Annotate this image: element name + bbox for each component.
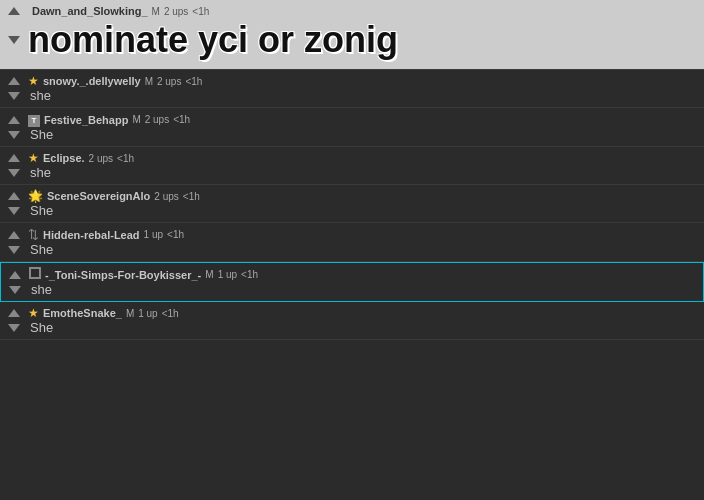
downvote-button[interactable] — [7, 283, 23, 297]
ups-count: 2 ups — [89, 153, 113, 164]
upvote-button[interactable] — [6, 228, 22, 242]
username: EmotheSnake_ — [43, 307, 122, 319]
comment-item: ★snowy._.dellywellyM2 ups<1hshe — [0, 70, 704, 108]
downvote-button[interactable] — [6, 89, 22, 103]
upvote-button[interactable] — [6, 74, 22, 88]
comment-text: she — [28, 88, 51, 103]
comment-item: ★EmotheSnake_M1 up<1hShe — [0, 302, 704, 340]
comment-text: She — [28, 203, 53, 218]
comment-time: <1h — [185, 76, 202, 87]
comment-meta: 🌟SceneSovereignAlo2 ups<1h — [28, 189, 200, 203]
username: SceneSovereignAlo — [47, 190, 150, 202]
user-icon: ⇅ — [28, 227, 39, 242]
username: Eclipse. — [43, 152, 85, 164]
user-badge: M — [152, 6, 160, 17]
comment-item: ★Eclipse.2 ups<1hshe — [0, 147, 704, 185]
ups-count: 2 ups — [145, 114, 169, 125]
ups-count: 1 up — [218, 269, 237, 280]
username: snowy._.dellywelly — [43, 75, 141, 87]
comment-time: <1h — [183, 191, 200, 202]
comment-meta: Dawn_and_Slowking_M2 ups<1h — [28, 5, 209, 17]
username: -_Toni-Simps-For-Boykisser_- — [45, 269, 201, 281]
comment-meta: ★snowy._.dellywellyM2 ups<1h — [28, 74, 202, 88]
comment-time: <1h — [173, 114, 190, 125]
comment-text: She — [28, 320, 53, 335]
user-badge: M — [132, 114, 140, 125]
comment-time: <1h — [241, 269, 258, 280]
upvote-button[interactable] — [6, 306, 22, 320]
ups-count: 2 ups — [154, 191, 178, 202]
ups-count: 1 up — [144, 229, 163, 240]
user-icon: T — [28, 112, 40, 127]
downvote-button[interactable] — [6, 166, 22, 180]
comment-time: <1h — [192, 6, 209, 17]
user-icon: ★ — [28, 151, 39, 165]
comment-text: nominate yci or zonig — [28, 18, 398, 62]
comment-meta: -_Toni-Simps-For-Boykisser_-M1 up<1h — [29, 267, 258, 282]
user-icon: ★ — [28, 74, 39, 88]
username: Hidden-rebal-Lead — [43, 229, 140, 241]
downvote-button[interactable] — [6, 243, 22, 257]
comment-meta: ★EmotheSnake_M1 up<1h — [28, 306, 179, 320]
user-icon — [29, 267, 41, 282]
comment-time: <1h — [167, 229, 184, 240]
ups-count: 2 ups — [157, 76, 181, 87]
user-badge: M — [145, 76, 153, 87]
upvote-button[interactable] — [6, 151, 22, 165]
comment-text: She — [28, 242, 53, 257]
comment-text: she — [29, 282, 52, 297]
comment-text: she — [28, 165, 51, 180]
comment-meta: TFestive_BehappM2 ups<1h — [28, 112, 190, 127]
comment-list: Dawn_and_Slowking_M2 ups<1hnominate yci … — [0, 0, 704, 340]
user-badge: M — [126, 308, 134, 319]
comment-item: Dawn_and_Slowking_M2 ups<1hnominate yci … — [0, 0, 704, 70]
username: Dawn_and_Slowking_ — [32, 5, 148, 17]
downvote-button[interactable] — [6, 128, 22, 142]
comment-item: 🌟SceneSovereignAlo2 ups<1hShe — [0, 185, 704, 223]
comment-time: <1h — [162, 308, 179, 319]
comment-item: ⇅Hidden-rebal-Lead1 up<1hShe — [0, 223, 704, 262]
comment-item: TFestive_BehappM2 ups<1hShe — [0, 108, 704, 147]
ups-count: 1 up — [138, 308, 157, 319]
downvote-button[interactable] — [6, 204, 22, 218]
upvote-button[interactable] — [6, 4, 22, 18]
downvote-button[interactable] — [6, 33, 22, 47]
user-icon: 🌟 — [28, 189, 43, 203]
user-icon: ★ — [28, 306, 39, 320]
comment-meta: ⇅Hidden-rebal-Lead1 up<1h — [28, 227, 184, 242]
upvote-button[interactable] — [7, 268, 23, 282]
username: Festive_Behapp — [44, 114, 128, 126]
upvote-button[interactable] — [6, 113, 22, 127]
ups-count: 2 ups — [164, 6, 188, 17]
user-badge: M — [205, 269, 213, 280]
comment-meta: ★Eclipse.2 ups<1h — [28, 151, 134, 165]
comment-text: She — [28, 127, 53, 142]
comment-time: <1h — [117, 153, 134, 164]
upvote-button[interactable] — [6, 189, 22, 203]
comment-item: -_Toni-Simps-For-Boykisser_-M1 up<1hshe — [0, 262, 704, 302]
downvote-button[interactable] — [6, 321, 22, 335]
